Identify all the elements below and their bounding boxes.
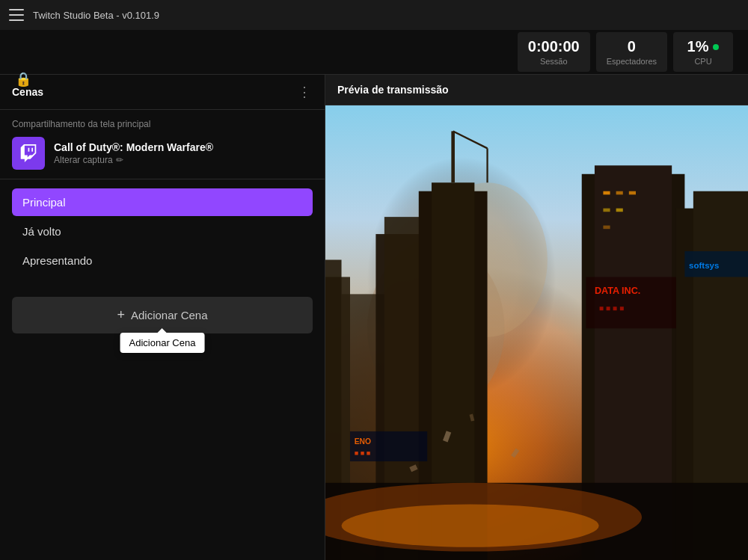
scenes-menu-button[interactable]: ⋮ bbox=[298, 84, 313, 100]
add-scene-section: + Adicionar Cena Adicionar Cena bbox=[0, 285, 325, 345]
svg-point-29 bbox=[342, 504, 599, 547]
viewers-stat: 0 Espectadores bbox=[596, 32, 667, 72]
session-value: 0:00:00 bbox=[528, 38, 580, 55]
scene-item-apresentando[interactable]: Apresentando bbox=[12, 247, 313, 274]
preview-header: Prévia de transmissão bbox=[325, 75, 748, 105]
capture-label: Compartilhamento da tela principal bbox=[12, 119, 313, 129]
svg-text:ENO: ENO bbox=[355, 437, 371, 446]
panel-title: Cenas bbox=[12, 86, 43, 98]
viewers-label: Espectadores bbox=[607, 57, 657, 66]
capture-item: Call of Duty®: Modern Warfare® Alterar c… bbox=[12, 137, 313, 170]
add-scene-label: Adicionar Cena bbox=[131, 309, 208, 321]
capture-section: Compartilhamento da tela principal Call … bbox=[0, 110, 325, 179]
cpu-status-dot bbox=[713, 44, 719, 50]
lock-icon: 🔒 bbox=[15, 71, 31, 87]
svg-rect-20 bbox=[586, 277, 680, 328]
edit-icon: ✏ bbox=[116, 155, 123, 165]
app-title: Twitch Studio Beta - v0.101.9 bbox=[33, 10, 159, 21]
add-scene-tooltip: Adicionar Cena bbox=[120, 333, 205, 353]
preview-title: Prévia de transmissão bbox=[337, 84, 449, 96]
menu-icon[interactable] bbox=[9, 9, 24, 21]
game-scene: DATA INC. ■ ■ ■ ■ softsys bbox=[325, 105, 748, 560]
scene-item-principal[interactable]: Principal bbox=[12, 188, 313, 216]
svg-text:■ ■ ■: ■ ■ ■ bbox=[355, 449, 371, 457]
left-panel: Cenas ⋮ Compartilhamento da tela princip… bbox=[0, 75, 325, 560]
svg-text:DATA INC.: DATA INC. bbox=[595, 286, 640, 296]
viewers-value: 0 bbox=[607, 38, 657, 55]
svg-rect-18 bbox=[616, 209, 623, 212]
svg-rect-15 bbox=[616, 191, 623, 195]
scene-illustration: DATA INC. ■ ■ ■ ■ softsys bbox=[325, 105, 748, 560]
plus-icon: + bbox=[117, 307, 125, 323]
stats-bar: 🔒 0:00:00 Sessão 0 Espectadores 1% CPU bbox=[0, 30, 748, 75]
panel-header: Cenas ⋮ bbox=[0, 75, 325, 110]
svg-text:softsys: softsys bbox=[689, 261, 719, 270]
session-label: Sessão bbox=[528, 57, 580, 66]
title-bar: Twitch Studio Beta - v0.101.9 bbox=[0, 0, 748, 30]
main-content: Cenas ⋮ Compartilhamento da tela princip… bbox=[0, 75, 748, 560]
twitch-logo-icon bbox=[19, 144, 37, 162]
capture-info: Call of Duty®: Modern Warfare® Alterar c… bbox=[54, 141, 213, 165]
svg-rect-17 bbox=[603, 209, 610, 212]
cpu-stat: 1% CPU bbox=[673, 32, 733, 72]
scenes-list: Principal Já volto Apresentando bbox=[0, 179, 325, 285]
capture-change-link[interactable]: Alterar captura ✏ bbox=[54, 155, 213, 165]
cpu-label: CPU bbox=[694, 57, 711, 66]
svg-rect-14 bbox=[603, 191, 610, 195]
svg-rect-19 bbox=[603, 226, 610, 230]
capture-game-name: Call of Duty®: Modern Warfare® bbox=[54, 141, 213, 153]
game-icon bbox=[12, 137, 45, 170]
cpu-value: 1% bbox=[687, 38, 709, 55]
scene-item-ja-volto[interactable]: Já volto bbox=[12, 218, 313, 245]
svg-rect-16 bbox=[629, 191, 636, 195]
preview-content: DATA INC. ■ ■ ■ ■ softsys bbox=[325, 105, 748, 560]
game-preview: DATA INC. ■ ■ ■ ■ softsys bbox=[325, 105, 748, 560]
session-stat: 0:00:00 Sessão bbox=[518, 32, 590, 72]
svg-text:■ ■ ■ ■: ■ ■ ■ ■ bbox=[599, 304, 625, 313]
right-panel: Prévia de transmissão bbox=[325, 75, 748, 560]
